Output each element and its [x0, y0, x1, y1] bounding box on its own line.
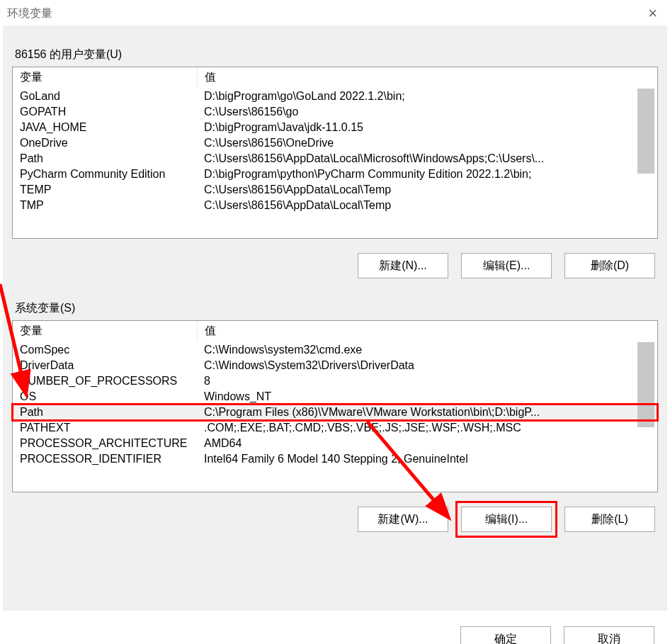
var-name-cell: GoLand	[13, 89, 197, 105]
var-name-cell: TEMP	[13, 182, 197, 198]
table-row[interactable]: OSWindows_NT	[13, 389, 657, 405]
dialog-footer: 确定 取消	[0, 614, 670, 644]
ok-button[interactable]: 确定	[460, 626, 551, 644]
var-name-cell: GOPATH	[13, 104, 197, 120]
var-name-cell: TMP	[13, 198, 197, 213]
cancel-button[interactable]: 取消	[564, 626, 654, 644]
var-name-cell: Path	[13, 405, 197, 420]
var-name-cell: JAVA_HOME	[13, 120, 197, 135]
var-name-cell: NUMBER_OF_PROCESSORS	[13, 373, 197, 389]
user-delete-button[interactable]: 删除(D)	[564, 253, 655, 278]
sys-vars-table[interactable]: 变量 值 ComSpecC:\Windows\system32\cmd.exeD…	[12, 320, 658, 492]
table-row[interactable]: PROCESSOR_ARCHITECTUREAMD64	[13, 436, 657, 451]
var-name-cell: PyCharm Community Edition	[13, 166, 197, 182]
var-value-cell: C:\Users\86156\go	[197, 104, 657, 120]
var-name-cell: Path	[13, 151, 197, 166]
table-row[interactable]: PyCharm Community EditionD:\bigProgram\p…	[13, 166, 657, 182]
table-row[interactable]: JAVA_HOMED:\bigProgram\Java\jdk-11.0.15	[13, 120, 657, 135]
var-name-cell: ComSpec	[13, 342, 197, 358]
titlebar: 环境变量 ×	[0, 0, 670, 23]
var-value-cell: 8	[197, 373, 657, 389]
var-name-cell: PROCESSOR_IDENTIFIER	[13, 451, 197, 467]
table-row[interactable]: TMPC:\Users\86156\AppData\Local\Temp	[13, 198, 657, 213]
sys-delete-button[interactable]: 删除(L)	[564, 507, 655, 532]
var-value-cell: C:\Users\86156\AppData\Local\Temp	[197, 198, 657, 213]
var-value-cell: D:\bigProgram\go\GoLand 2022.1.2\bin;	[197, 89, 657, 105]
var-value-cell: .COM;.EXE;.BAT;.CMD;.VBS;.VBE;.JS;.JSE;.…	[197, 420, 657, 436]
table-row[interactable]: ComSpecC:\Windows\system32\cmd.exe	[13, 342, 657, 358]
var-name-cell: OS	[13, 389, 197, 405]
var-value-cell: Windows_NT	[197, 389, 657, 405]
var-name-cell: OneDrive	[13, 135, 197, 151]
var-value-cell: C:\Users\86156\AppData\Local\Microsoft\W…	[197, 151, 657, 166]
close-icon[interactable]: ×	[642, 4, 663, 23]
var-value-cell: D:\bigProgram\Java\jdk-11.0.15	[197, 120, 657, 135]
var-value-cell: AMD64	[197, 436, 657, 451]
sys-new-button[interactable]: 新建(W)...	[358, 507, 448, 532]
table-row[interactable]: GOPATHC:\Users\86156\go	[13, 104, 657, 120]
user-new-button[interactable]: 新建(N)...	[358, 253, 448, 278]
var-value-cell: C:\Windows\System32\Drivers\DriverData	[197, 358, 657, 373]
sys-edit-button[interactable]: 编辑(I)...	[461, 507, 552, 532]
var-value-cell: D:\bigProgram\python\PyCharm Community E…	[197, 166, 657, 182]
var-name-cell: PATHEXT	[13, 420, 197, 436]
table-row[interactable]: PathC:\Program Files (x86)\VMware\VMware…	[13, 405, 657, 420]
sys-col-variable[interactable]: 变量	[13, 321, 197, 342]
scrollbar[interactable]	[637, 342, 654, 427]
var-value-cell: C:\Users\86156\OneDrive	[197, 135, 657, 151]
table-row[interactable]: OneDriveC:\Users\86156\OneDrive	[13, 135, 657, 151]
sys-col-value[interactable]: 值	[197, 321, 657, 342]
sys-vars-buttons: 新建(W)... 编辑(I)... 删除(L)	[15, 507, 655, 532]
table-row[interactable]: TEMPC:\Users\86156\AppData\Local\Temp	[13, 182, 657, 198]
var-name-cell: DriverData	[13, 358, 197, 373]
var-value-cell: C:\Program Files (x86)\VMware\VMware Wor…	[197, 405, 657, 420]
user-col-value[interactable]: 值	[197, 67, 657, 89]
table-row[interactable]: PATHEXT.COM;.EXE;.BAT;.CMD;.VBS;.VBE;.JS…	[13, 420, 657, 436]
user-vars-table[interactable]: 变量 值 GoLandD:\bigProgram\go\GoLand 2022.…	[12, 67, 658, 239]
table-row[interactable]: GoLandD:\bigProgram\go\GoLand 2022.1.2\b…	[13, 89, 657, 105]
sys-vars-label: 系统变量(S)	[15, 301, 658, 316]
var-value-cell: Intel64 Family 6 Model 140 Stepping 2, G…	[197, 451, 657, 467]
table-row[interactable]: DriverDataC:\Windows\System32\Drivers\Dr…	[13, 358, 657, 373]
var-name-cell: PROCESSOR_ARCHITECTURE	[13, 436, 197, 451]
user-vars-buttons: 新建(N)... 编辑(E)... 删除(D)	[15, 253, 655, 278]
user-vars-label: 86156 的用户变量(U)	[15, 47, 658, 62]
user-col-variable[interactable]: 变量	[13, 67, 197, 89]
user-edit-button[interactable]: 编辑(E)...	[461, 253, 552, 278]
env-vars-dialog: 环境变量 × 86156 的用户变量(U) 变量 值 GoLandD:\bigP…	[0, 0, 670, 644]
scrollbar[interactable]	[637, 89, 654, 174]
table-row[interactable]: PathC:\Users\86156\AppData\Local\Microso…	[13, 151, 657, 166]
var-value-cell: C:\Users\86156\AppData\Local\Temp	[197, 182, 657, 198]
var-value-cell: C:\Windows\system32\cmd.exe	[197, 342, 657, 358]
table-row[interactable]: NUMBER_OF_PROCESSORS8	[13, 373, 657, 389]
dialog-body: 86156 的用户变量(U) 变量 值 GoLandD:\bigProgram\…	[3, 26, 667, 611]
dialog-title: 环境变量	[7, 6, 52, 21]
table-row[interactable]: PROCESSOR_IDENTIFIERIntel64 Family 6 Mod…	[13, 451, 657, 467]
